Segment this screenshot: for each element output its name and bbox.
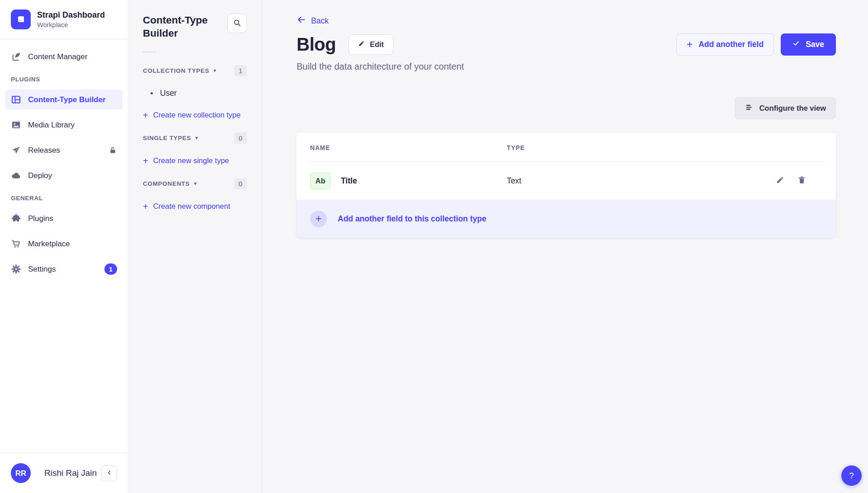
sidebar-item-settings[interactable]: Settings 1 <box>5 259 123 279</box>
plus-circle-icon: + <box>310 211 327 227</box>
page-subtitle: Build the data architecture of your cont… <box>297 61 836 72</box>
lock-icon <box>108 146 117 155</box>
arrow-left-icon <box>297 15 306 27</box>
create-component-label: Create new component <box>153 202 231 211</box>
configure-row: Configure the view <box>297 97 836 119</box>
user-name: Rishi Raj Jain <box>44 468 97 478</box>
page-header: Blog Edit + Add another field <box>297 33 836 56</box>
subnav-divider <box>143 52 156 52</box>
app-root: Strapi Dashboard Workplace Content Manag… <box>0 0 868 493</box>
sidebar-item-plugins[interactable]: Plugins <box>5 208 123 229</box>
sidebar-item-label: Settings <box>28 265 56 274</box>
sidebar-item-label: Marketplace <box>28 239 70 249</box>
content-type-builder-subnav: Content-Type Builder COLLECTION TYPES ▾ … <box>128 0 262 493</box>
sidebar-footer: RR Rishi Raj Jain <box>0 453 128 493</box>
group-count-badge: 0 <box>234 178 247 189</box>
save-button[interactable]: Save <box>781 33 836 56</box>
search-button[interactable] <box>227 14 247 33</box>
edit-button[interactable]: Edit <box>349 34 393 55</box>
paper-plane-icon <box>11 145 21 155</box>
collection-type-item-user[interactable]: User <box>151 89 247 98</box>
collapse-sidebar-button[interactable] <box>101 465 117 481</box>
group-single-types[interactable]: SINGLE TYPES ▾ 0 <box>143 132 247 144</box>
gear-icon <box>11 264 21 274</box>
puzzle-icon <box>11 213 21 224</box>
sidebar-item-label: Plugins <box>28 214 53 223</box>
sidebar-item-marketplace[interactable]: Marketplace <box>5 234 123 254</box>
group-label: COMPONENTS <box>143 180 190 187</box>
row-actions <box>718 176 822 186</box>
table-row[interactable]: Ab Title Text <box>297 162 836 200</box>
delete-field-button[interactable] <box>797 176 806 186</box>
group-components[interactable]: COMPONENTS ▾ 0 <box>143 178 247 189</box>
pencil-icon <box>358 40 365 49</box>
group-label: COLLECTION TYPES <box>143 67 209 74</box>
field-name-cell: Ab Title <box>310 173 507 189</box>
sidebar-nav: Content Manager PLUGINS Content-Type Bui… <box>0 39 128 453</box>
sidebar-item-content-manager[interactable]: Content Manager <box>5 47 123 67</box>
trash-icon <box>797 176 806 186</box>
primary-sidebar: Strapi Dashboard Workplace Content Manag… <box>0 0 128 493</box>
main-content: Back Blog Edit + Add another field <box>262 0 868 493</box>
pencil-icon <box>776 176 784 186</box>
plus-icon: + <box>687 39 693 50</box>
add-field-to-collection-label: Add another field to this collection typ… <box>338 214 486 224</box>
check-icon <box>793 40 800 49</box>
group-count-badge: 1 <box>234 65 247 76</box>
help-button[interactable]: ? <box>841 465 862 486</box>
edit-label: Edit <box>370 40 384 49</box>
add-another-field-label: Add another field <box>698 40 764 49</box>
strapi-logo-icon <box>11 9 31 29</box>
content-manager-icon <box>11 52 21 62</box>
configure-the-view-label: Configure the view <box>759 104 826 113</box>
create-single-type-label: Create new single type <box>153 156 229 165</box>
bullet-icon <box>151 92 153 94</box>
chevron-down-icon: ▾ <box>213 68 216 73</box>
create-single-type-link[interactable]: + Create new single type <box>143 156 247 165</box>
edit-field-button[interactable] <box>776 176 784 186</box>
brand-subtitle: Workplace <box>37 21 105 28</box>
table-header-row: NAME TYPE <box>297 132 836 161</box>
text-field-type-badge: Ab <box>310 173 330 189</box>
field-name: Title <box>341 176 357 186</box>
create-collection-type-link[interactable]: + Create new collection type <box>143 111 247 120</box>
sidebar-item-releases[interactable]: Releases <box>5 140 123 160</box>
fields-table-card: NAME TYPE Ab Title Text <box>297 132 836 238</box>
cart-icon <box>11 239 21 249</box>
sidebar-item-label: Releases <box>28 146 60 155</box>
sidebar-section-general: GENERAL <box>11 195 117 202</box>
plus-icon: + <box>143 156 148 165</box>
plus-icon: + <box>143 202 148 211</box>
brand-title: Strapi Dashboard <box>37 10 105 20</box>
configure-the-view-button[interactable]: Configure the view <box>735 97 836 119</box>
cloud-icon <box>11 170 21 181</box>
back-link[interactable]: Back <box>297 15 329 27</box>
header-actions: + Add another field Save <box>676 33 836 56</box>
sidebar-item-deploy[interactable]: Deploy <box>5 165 123 186</box>
group-label: SINGLE TYPES <box>143 135 191 141</box>
content-type-builder-icon <box>11 94 21 105</box>
create-component-link[interactable]: + Create new component <box>143 202 247 211</box>
add-field-to-collection-button[interactable]: + Add another field to this collection t… <box>297 200 836 238</box>
add-another-field-button[interactable]: + Add another field <box>676 33 774 56</box>
sidebar-item-label: Content Manager <box>28 52 87 61</box>
brand-text: Strapi Dashboard Workplace <box>37 10 105 29</box>
sidebar-item-label: Content-Type Builder <box>28 95 106 104</box>
avatar[interactable]: RR <box>11 463 31 483</box>
workspace-brand[interactable]: Strapi Dashboard Workplace <box>0 0 128 39</box>
chevron-down-icon: ▾ <box>194 181 197 186</box>
save-label: Save <box>806 40 824 49</box>
sidebar-item-content-type-builder[interactable]: Content-Type Builder <box>5 89 123 110</box>
subnav-title: Content-Type Builder <box>143 14 217 40</box>
subnav-header: Content-Type Builder <box>143 14 247 40</box>
plus-icon: + <box>143 111 148 120</box>
page-title: Blog <box>297 34 336 55</box>
column-header-name: NAME <box>310 145 507 151</box>
back-label: Back <box>311 16 329 26</box>
collection-type-label: User <box>160 89 177 98</box>
question-mark-icon: ? <box>849 471 854 481</box>
media-library-icon <box>11 120 21 130</box>
search-icon <box>233 19 241 28</box>
group-collection-types[interactable]: COLLECTION TYPES ▾ 1 <box>143 65 247 76</box>
sidebar-item-media-library[interactable]: Media Library <box>5 115 123 135</box>
